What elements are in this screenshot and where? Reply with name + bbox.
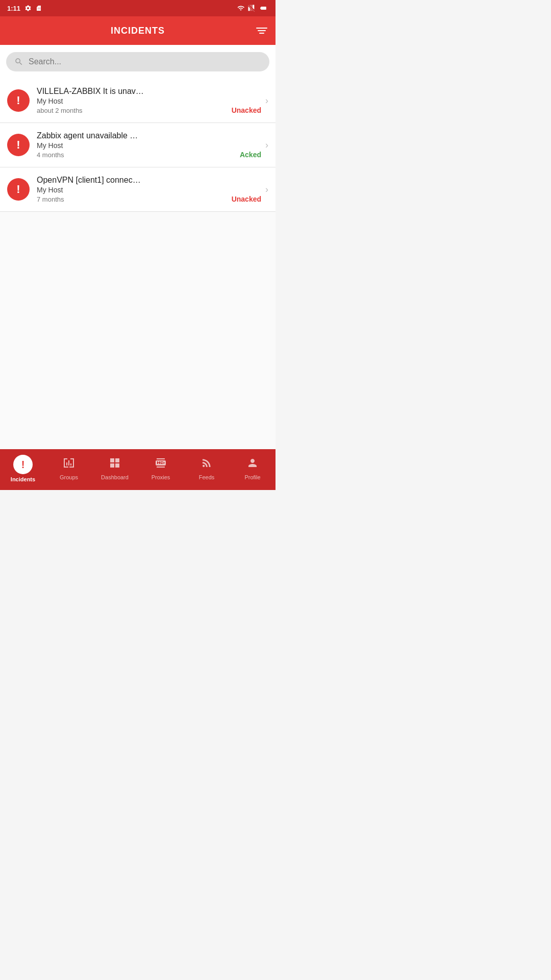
proxies-icon [155,457,167,472]
incident-content: OpenVPN [client1] connec… My Host 7 mont… [37,176,261,203]
content-area: ! VILLELA-ZABBIX It is unav… My Host abo… [0,45,276,449]
incident-title: VILLELA-ZABBIX It is unav… [37,87,261,96]
incident-severity-icon: ! [7,178,30,201]
filter-icon-line2 [258,30,266,31]
gear-icon [24,5,32,12]
search-container [0,45,276,79]
sidebar-item-profile[interactable]: Profile [230,453,276,484]
app-bar: INCIDENTS [0,16,276,45]
svg-rect-0 [261,7,265,9]
incident-title: Zabbix agent unavailable … [37,131,261,140]
incident-time: 7 months [37,195,64,203]
sidebar-item-feeds[interactable]: Feeds [184,453,230,484]
incidents-active-icon: ! [13,455,33,474]
incident-host: My Host [37,186,261,194]
dashboard-icon [109,457,121,472]
time-display: 1:11 [7,5,20,12]
status-badge: Unacked [232,195,261,203]
nav-label-incidents: Incidents [11,476,35,482]
page-title: INCIDENTS [111,26,165,36]
incident-meta: 7 months Unacked [37,195,261,203]
search-bar[interactable] [6,52,269,71]
nav-label-proxies: Proxies [152,474,170,480]
feeds-icon [201,457,213,472]
nav-label-profile: Profile [244,474,260,480]
incident-host: My Host [37,141,261,150]
svg-rect-1 [265,8,266,9]
incidents-list: ! VILLELA-ZABBIX It is unav… My Host abo… [0,79,276,212]
incident-time: 4 months [37,151,64,159]
incident-content: VILLELA-ZABBIX It is unav… My Host about… [37,87,261,114]
incident-meta: 4 months Acked [37,151,261,159]
sim-icon [36,5,42,12]
table-row[interactable]: ! Zabbix agent unavailable … My Host 4 m… [0,123,276,167]
profile-icon [246,457,259,472]
groups-icon [63,457,75,472]
filter-icon-line3 [259,33,264,34]
incident-title: OpenVPN [client1] connec… [37,176,261,185]
table-row[interactable]: ! VILLELA-ZABBIX It is unav… My Host abo… [0,79,276,123]
battery-icon [258,5,268,12]
status-badge: Acked [240,151,261,159]
nav-label-feeds: Feeds [199,474,215,480]
filter-icon [256,28,267,29]
filter-button[interactable] [256,28,267,34]
status-bar-left: 1:11 [7,5,42,12]
sidebar-item-proxies[interactable]: Proxies [138,453,184,484]
sidebar-item-groups[interactable]: Groups [46,453,92,484]
bottom-nav: ! Incidents Groups Dashboard Proxies [0,449,276,490]
incident-meta: about 2 months Unacked [37,106,261,114]
nav-label-groups: Groups [60,474,78,480]
incident-time: about 2 months [37,107,83,114]
status-badge: Unacked [232,106,261,114]
incident-host: My Host [37,97,261,105]
sidebar-item-incidents[interactable]: ! Incidents [0,451,46,486]
search-input[interactable] [29,57,261,66]
status-bar-right [237,5,268,12]
search-icon [14,57,23,66]
wifi-icon [237,5,245,12]
incident-severity-icon: ! [7,89,30,112]
signal-icon [248,5,255,12]
table-row[interactable]: ! OpenVPN [client1] connec… My Host 7 mo… [0,167,276,212]
incident-content: Zabbix agent unavailable … My Host 4 mon… [37,131,261,159]
sidebar-item-dashboard[interactable]: Dashboard [92,453,138,484]
status-bar: 1:11 [0,0,276,16]
nav-label-dashboard: Dashboard [101,474,129,480]
chevron-right-icon: › [265,95,268,106]
chevron-right-icon: › [265,184,268,195]
chevron-right-icon: › [265,140,268,151]
incident-severity-icon: ! [7,134,30,156]
